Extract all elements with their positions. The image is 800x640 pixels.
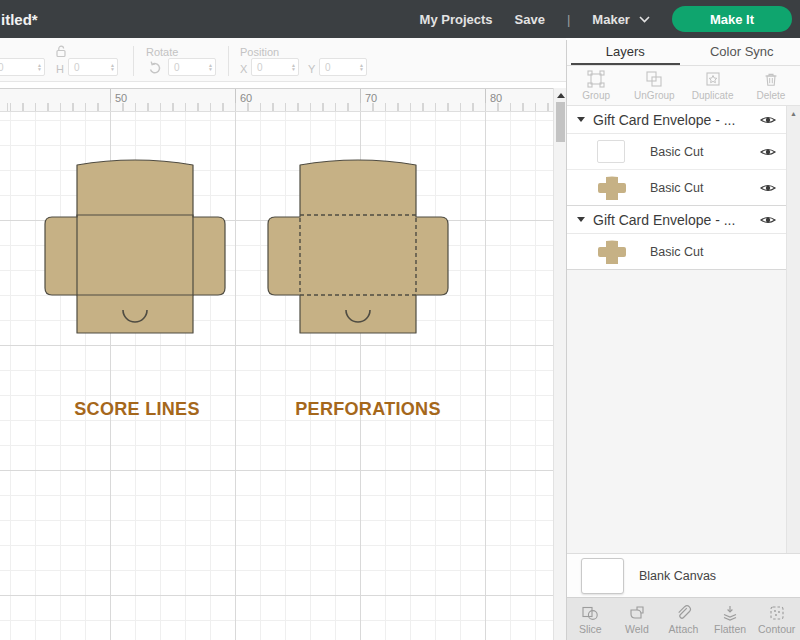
layers-panel: Layers Color Sync Group UnGroup — [566, 40, 800, 640]
blank-canvas-label: Blank Canvas — [639, 569, 716, 583]
header-divider: | — [567, 12, 570, 27]
rotate-field[interactable]: 0 ▲▼ — [168, 58, 216, 76]
save-link[interactable]: Save — [515, 12, 545, 27]
layer-item-row[interactable]: Basic Cut — [567, 234, 786, 270]
blank-canvas-swatch[interactable] — [581, 558, 624, 594]
lock-open-icon[interactable] — [54, 44, 68, 58]
group-label: Group — [582, 90, 610, 101]
project-title: itled* — [1, 11, 38, 28]
width-stepper-icon[interactable]: ▲▼ — [37, 63, 42, 71]
envelope-perforations[interactable] — [268, 160, 448, 333]
layer-item-row[interactable]: Basic Cut — [567, 134, 786, 170]
x-stepper-icon[interactable]: ▲▼ — [291, 63, 296, 71]
layer-group-row[interactable]: Gift Card Envelope - ... — [567, 106, 786, 134]
slice-icon — [581, 604, 599, 622]
height-value: 0 — [74, 62, 80, 73]
machine-name: Maker — [592, 12, 630, 27]
attach-label: Attach — [669, 623, 699, 635]
rotate-label: Rotate — [146, 46, 178, 58]
design-canvas[interactable]: SCORE LINES PERFORATIONS — [0, 112, 553, 640]
layer-item-label: Basic Cut — [650, 245, 704, 259]
triangle-down-icon[interactable] — [577, 117, 585, 122]
duplicate-label: Duplicate — [692, 90, 734, 101]
perforations-caption: PERFORATIONS — [283, 398, 454, 420]
layer-item-row[interactable]: Basic Cut — [567, 170, 786, 206]
delete-icon — [762, 70, 780, 88]
layer-group-row[interactable]: Gift Card Envelope - ... — [567, 206, 786, 234]
layer-tools-bar: Slice Weld Attach Flatten — [567, 597, 800, 640]
flatten-icon — [721, 604, 739, 622]
duplicate-button[interactable]: Duplicate — [684, 66, 742, 105]
app-header: itled* My Projects Save | Maker Make It — [0, 0, 800, 38]
weld-button[interactable]: Weld — [614, 598, 661, 640]
delete-button[interactable]: Delete — [742, 66, 800, 105]
eye-icon[interactable] — [760, 214, 776, 225]
envelope-score-lines[interactable] — [45, 160, 225, 333]
attach-button[interactable]: Attach — [660, 598, 707, 640]
slice-label: Slice — [579, 623, 602, 635]
eye-icon[interactable] — [760, 114, 776, 125]
toolbar-divider — [133, 46, 134, 76]
eye-icon[interactable] — [760, 182, 776, 193]
position-label: Position — [240, 46, 279, 58]
group-button[interactable]: Group — [567, 66, 625, 105]
layer-item-label: Basic Cut — [650, 145, 704, 159]
width-value: 0 — [0, 62, 4, 73]
layer-group-label: Gift Card Envelope - ... — [593, 112, 735, 128]
scroll-up-icon[interactable] — [557, 93, 565, 98]
triangle-down-icon[interactable] — [577, 217, 585, 222]
make-it-button[interactable]: Make It — [672, 6, 792, 32]
layer-group-label: Gift Card Envelope - ... — [593, 212, 735, 228]
rotate-icon[interactable] — [147, 60, 162, 75]
blank-layer-thumbnail — [597, 140, 625, 163]
blank-canvas-row[interactable]: Blank Canvas — [567, 553, 800, 597]
weld-icon — [628, 604, 646, 622]
x-value: 0 — [257, 62, 263, 73]
attach-icon — [674, 604, 692, 622]
header-nav: My Projects Save | Maker Make It — [420, 6, 792, 32]
horizontal-ruler: 50 60 70 80 — [0, 88, 553, 112]
contour-label: Contour — [758, 623, 795, 635]
height-field[interactable]: 0 ▲▼ — [68, 58, 118, 76]
width-field[interactable]: 0 ▲▼ — [0, 58, 45, 76]
ruler-minor-ticks — [0, 103, 553, 111]
position-x-field[interactable]: 0 ▲▼ — [251, 58, 299, 76]
edit-toolbar: 0 ▲▼ H 0 ▲▼ Rotate 0 ▲▼ Position X 0 ▲▼ … — [0, 38, 566, 82]
scrollbar-thumb[interactable] — [556, 102, 565, 142]
my-projects-link[interactable]: My Projects — [420, 12, 493, 27]
flatten-label: Flatten — [714, 623, 746, 635]
layer-item-label: Basic Cut — [650, 181, 704, 195]
group-icon — [587, 70, 605, 88]
tab-color-sync[interactable]: Color Sync — [684, 40, 800, 65]
panel-scrollbar[interactable]: ▲ ▼ — [786, 106, 800, 593]
y-label: Y — [308, 63, 315, 75]
x-label: X — [240, 63, 247, 75]
rotate-value: 0 — [174, 62, 180, 73]
canvas-scrollbar[interactable] — [553, 88, 566, 640]
envelope-layer-thumbnail — [597, 239, 627, 265]
y-stepper-icon[interactable]: ▲▼ — [359, 63, 364, 71]
toolbar-divider — [228, 46, 229, 76]
layer-actions: Group UnGroup Duplicate Delet — [567, 66, 800, 106]
flatten-button[interactable]: Flatten — [707, 598, 754, 640]
layer-list: Gift Card Envelope - ... Basic Cut Basic… — [567, 106, 786, 270]
envelope-shapes — [0, 112, 553, 640]
duplicate-icon — [704, 70, 722, 88]
machine-selector[interactable]: Maker — [592, 12, 650, 27]
contour-icon — [768, 604, 786, 622]
slice-button[interactable]: Slice — [567, 598, 614, 640]
envelope-layer-thumbnail — [597, 175, 627, 201]
height-stepper-icon[interactable]: ▲▼ — [110, 63, 115, 71]
tab-layers[interactable]: Layers — [567, 40, 684, 65]
eye-icon[interactable] — [760, 146, 776, 157]
panel-scroll-up-icon[interactable]: ▲ — [790, 110, 797, 117]
ungroup-button[interactable]: UnGroup — [625, 66, 683, 105]
contour-button[interactable]: Contour — [753, 598, 800, 640]
ungroup-label: UnGroup — [634, 90, 675, 101]
rotate-stepper-icon[interactable]: ▲▼ — [208, 63, 213, 71]
position-y-field[interactable]: 0 ▲▼ — [319, 58, 367, 76]
delete-label: Delete — [756, 90, 785, 101]
panel-tabs: Layers Color Sync — [567, 40, 800, 66]
y-value: 0 — [325, 62, 331, 73]
weld-label: Weld — [625, 623, 649, 635]
